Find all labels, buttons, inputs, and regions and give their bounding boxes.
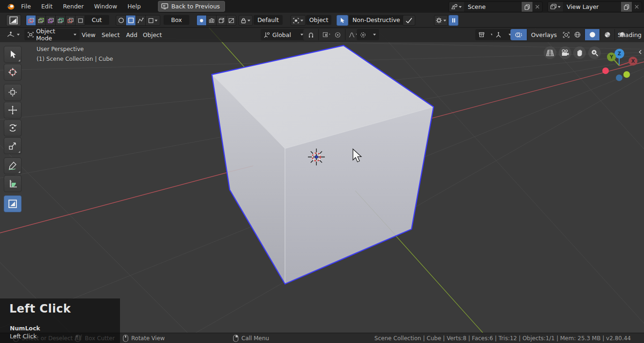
scene-selector[interactable]: Scene: [449, 1, 543, 12]
menu-window[interactable]: Window: [89, 0, 122, 13]
tool-move-button[interactable]: [4, 102, 22, 119]
remove-view-layer-button[interactable]: [632, 2, 642, 12]
viewport-header: Object Mode View Select Add Object Globa…: [0, 27, 644, 42]
view-layer-icon-zone[interactable]: [548, 2, 563, 12]
screencast-history-key: Left Click: [10, 333, 37, 340]
solid-sphere-icon: [589, 31, 596, 38]
active-tool-button[interactable]: [6, 15, 21, 26]
shape-ngon-button[interactable]: [136, 15, 146, 25]
shape-field[interactable]: Box: [164, 15, 189, 25]
select-cursor-icon: [8, 50, 17, 59]
back-to-previous-button[interactable]: Back to Previous: [158, 1, 225, 12]
gizmo-axis-y[interactable]: Y: [607, 52, 616, 61]
gizmo-axis-y-neg[interactable]: [623, 71, 630, 78]
sidebar-collapse-arrow[interactable]: [637, 47, 643, 57]
cut-mode-field[interactable]: Cut: [84, 15, 109, 25]
scene-name[interactable]: Scene: [464, 3, 522, 10]
chevron-down-icon: [300, 20, 303, 22]
mode-cut-button[interactable]: [26, 15, 36, 25]
tool-cursor-button[interactable]: [4, 64, 22, 81]
chevron-down-icon: [247, 20, 250, 22]
mode-join-button[interactable]: [56, 15, 66, 25]
mode-knife-button[interactable]: [66, 15, 75, 25]
proportional-edit-toggle[interactable]: [330, 29, 345, 40]
tool-transform-button[interactable]: [4, 84, 22, 101]
menu-edit[interactable]: Edit: [36, 0, 58, 13]
menu-help[interactable]: Help: [122, 0, 146, 13]
scene-icon: [451, 4, 458, 10]
shading-material-button[interactable]: [600, 29, 615, 40]
overlays-toggle-button[interactable]: [510, 29, 527, 40]
view-layer-name[interactable]: View Layer: [563, 3, 621, 10]
view-layer-selector[interactable]: View Layer: [547, 1, 642, 12]
chevron-down-icon: [74, 34, 76, 36]
tool-scale-button[interactable]: [4, 137, 22, 154]
mode-extract-button[interactable]: [75, 15, 85, 25]
transform-orientation-dropdown[interactable]: Global: [261, 29, 307, 40]
tool-settings-gear-button[interactable]: [434, 15, 448, 26]
viewport-menu-view[interactable]: View: [80, 27, 97, 42]
viewport-menu-select[interactable]: Select: [99, 27, 122, 42]
shape-box-button[interactable]: [126, 15, 136, 25]
pivot-point-dropdown[interactable]: [357, 29, 379, 40]
new-view-layer-button[interactable]: [621, 2, 632, 12]
shading-dropdown[interactable]: Shading: [614, 29, 644, 40]
tool-annotate-button[interactable]: [4, 157, 22, 174]
navigation-gizmo[interactable]: Z Y X: [596, 42, 644, 89]
viewport-3d[interactable]: Object Mode View Select Add Object Globa…: [0, 27, 644, 333]
shape-custom-button[interactable]: [146, 15, 160, 25]
pan-view-button[interactable]: [573, 46, 586, 59]
tool-settings-bar: Cut Box: [0, 13, 644, 28]
gizmo-axis-x[interactable]: X: [629, 57, 637, 66]
tool-rotate-button[interactable]: [4, 119, 22, 136]
operation-field[interactable]: Default: [254, 15, 283, 25]
gizmo-axis-x-neg[interactable]: [602, 67, 609, 74]
boxcutter-tool-icon: [9, 16, 18, 25]
mode-dropdown[interactable]: Object Mode: [24, 29, 80, 40]
pause-button[interactable]: [449, 15, 458, 26]
gizmo-axis-z-neg[interactable]: [616, 75, 622, 81]
chevron-down-icon: [558, 6, 561, 8]
editor-type-dropdown[interactable]: [4, 29, 27, 40]
cube-object[interactable]: [212, 45, 434, 284]
pipe-cursor-button[interactable]: [337, 15, 348, 26]
solver-bars-button[interactable]: [207, 15, 217, 25]
behavior-dropdown-button[interactable]: [291, 15, 306, 26]
unlink-scene-button[interactable]: [532, 2, 542, 12]
solver-slash-button[interactable]: [226, 15, 236, 25]
hint-call-menu: Call Menu: [233, 333, 269, 343]
gizmo-axis-z[interactable]: Z: [614, 49, 624, 59]
lock-dropdown-button[interactable]: [239, 15, 253, 26]
editor-3d-viewport-icon: [7, 31, 15, 38]
mode-inset-button[interactable]: [46, 15, 56, 25]
scene-selector-icon-zone[interactable]: [449, 2, 464, 12]
menu-file[interactable]: File: [16, 0, 36, 13]
toggle-perspective-button[interactable]: [544, 46, 556, 59]
viewport-menu-object[interactable]: Object: [141, 27, 164, 42]
camera-view-button[interactable]: [559, 46, 571, 59]
shape-circle-button[interactable]: [116, 15, 126, 25]
hint-label: Rotate View: [131, 335, 165, 342]
pipe-dropdown[interactable]: Non-Destructive: [349, 15, 409, 25]
snap-increment-icon: [322, 32, 328, 37]
menu-render[interactable]: Render: [58, 0, 89, 13]
view-perspective-label: User Perspective: [37, 46, 84, 52]
blender-logo-icon[interactable]: [6, 3, 15, 10]
tool-select-box-button[interactable]: [4, 46, 22, 63]
viewport-menu-add[interactable]: Add: [124, 27, 140, 42]
solver-live-button[interactable]: [197, 15, 207, 25]
tool-measure-button[interactable]: [4, 175, 22, 192]
confirm-button[interactable]: [403, 15, 415, 26]
solver-cube-button[interactable]: [217, 15, 226, 25]
behavior-field[interactable]: Object: [306, 15, 331, 25]
shading-wireframe-button[interactable]: [570, 29, 585, 40]
mode-slice-button[interactable]: [36, 15, 46, 25]
close-icon: [535, 5, 539, 9]
tool-boxcutter-button[interactable]: [4, 195, 22, 212]
pause-icon: [452, 18, 456, 23]
new-scene-button[interactable]: [522, 2, 532, 12]
measure-icon: [8, 179, 17, 188]
magnet-icon: [308, 32, 314, 38]
shading-solid-button[interactable]: [585, 29, 600, 40]
snap-toggle-button[interactable]: [303, 29, 319, 40]
